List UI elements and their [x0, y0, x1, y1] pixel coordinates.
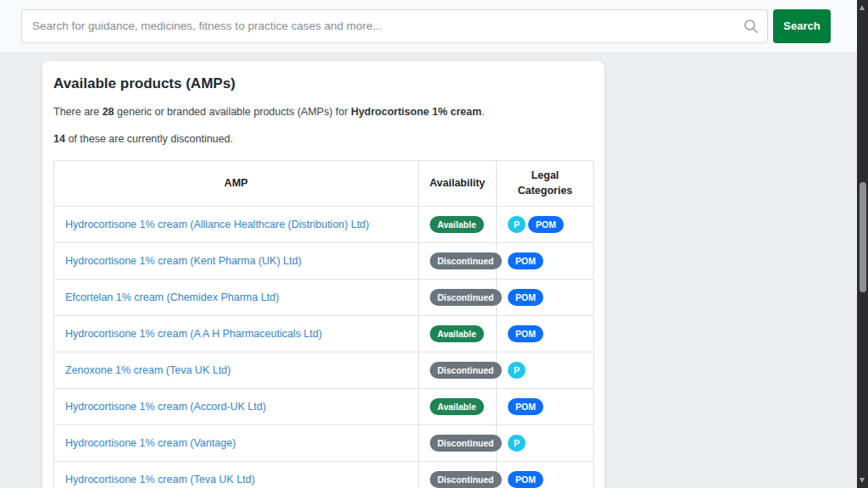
- search-icon: [743, 19, 759, 34]
- amp-cell: Zenoxone 1% cream (Teva UK Ltd): [54, 352, 419, 388]
- availability-badge: Discontinued: [430, 362, 502, 379]
- amp-cell: Hydrocortisone 1% cream (A A H Pharmaceu…: [54, 315, 419, 352]
- amp-table-body: Hydrocortisone 1% cream (Alliance Health…: [54, 206, 594, 488]
- availability-badge: Available: [430, 325, 484, 342]
- availability-cell: Discontinued: [419, 352, 497, 388]
- availability-badge: Discontinued: [430, 471, 502, 488]
- legal-categories-cell: POM: [497, 279, 594, 315]
- table-row: Zenoxone 1% cream (Teva UK Ltd) Disconti…: [54, 352, 594, 388]
- legal-categories-cell: P: [497, 424, 594, 461]
- table-row: Hydrocortisone 1% cream (Kent Pharma (UK…: [54, 242, 594, 279]
- discontinued-summary-text: 14 of these are currently discontinued.: [53, 132, 593, 147]
- availability-cell: Discontinued: [419, 461, 497, 488]
- table-row: Efcortelan 1% cream (Chemidex Pharma Ltd…: [54, 279, 594, 315]
- legal-categories-cell: POM: [497, 242, 594, 279]
- availability-cell: Available: [419, 388, 497, 424]
- legal-badge-p: P: [508, 362, 526, 379]
- amp-link[interactable]: Hydrocortisone 1% cream (Teva UK Ltd): [65, 474, 255, 485]
- legal-badge-p: P: [508, 216, 526, 233]
- availability-cell: Discontinued: [419, 242, 497, 279]
- legal-badge-pom: POM: [508, 252, 543, 269]
- panel-title: Available products (AMPs): [53, 75, 593, 92]
- search-button[interactable]: Search: [773, 9, 831, 43]
- availability-badge: Discontinued: [430, 252, 502, 269]
- legal-categories-cell: PPOM: [497, 206, 594, 242]
- legal-categories-cell: POM: [497, 315, 594, 352]
- drug-name: Hydrocortisone 1% cream: [351, 106, 481, 118]
- availability-badge: Discontinued: [430, 435, 502, 452]
- amp-cell: Hydrocortisone 1% cream (Accord-UK Ltd): [54, 388, 419, 424]
- table-row: Hydrocortisone 1% cream (A A H Pharmaceu…: [54, 315, 594, 352]
- amp-link[interactable]: Efcortelan 1% cream (Chemidex Pharma Ltd…: [65, 291, 279, 303]
- amp-link[interactable]: Hydrocortisone 1% cream (Kent Pharma (UK…: [65, 255, 302, 267]
- amp-table-header: AMP Availability Legal Categories: [54, 160, 594, 206]
- scrollbar-thumb[interactable]: [860, 182, 866, 292]
- legal-badge-pom: POM: [508, 325, 543, 342]
- table-row: Hydrocortisone 1% cream (Alliance Health…: [54, 206, 594, 242]
- amp-link[interactable]: Zenoxone 1% cream (Teva UK Ltd): [65, 364, 231, 376]
- column-header-amp: AMP: [54, 160, 419, 206]
- legal-badge-pom: POM: [508, 289, 543, 306]
- availability-cell: Available: [419, 206, 497, 242]
- available-products-panel: Available products (AMPs) There are 28 g…: [42, 61, 604, 488]
- legal-badge-pom: POM: [508, 398, 543, 415]
- amp-cell: Hydrocortisone 1% cream (Teva UK Ltd): [54, 461, 419, 488]
- table-row: Hydrocortisone 1% cream (Accord-UK Ltd) …: [54, 388, 594, 424]
- discontinued-count: 14: [53, 133, 65, 145]
- amp-cell: Hydrocortisone 1% cream (Kent Pharma (UK…: [54, 242, 419, 279]
- amp-count: 28: [103, 106, 114, 118]
- search-band: Search: [0, 0, 857, 53]
- legal-badge-pom: POM: [528, 216, 564, 233]
- amp-cell: Efcortelan 1% cream (Chemidex Pharma Ltd…: [54, 279, 419, 315]
- availability-badge: Discontinued: [430, 289, 502, 306]
- amp-link[interactable]: Hydrocortisone 1% cream (A A H Pharmaceu…: [65, 328, 322, 340]
- amp-link[interactable]: Hydrocortisone 1% cream (Alliance Health…: [65, 219, 369, 230]
- availability-cell: Discontinued: [419, 424, 497, 461]
- legal-badge-pom: POM: [508, 471, 543, 488]
- availability-cell: Available: [419, 315, 497, 352]
- amp-link[interactable]: Hydrocortisone 1% cream (Accord-UK Ltd): [65, 401, 266, 413]
- legal-badge-p: P: [508, 435, 526, 452]
- search-field-wrapper: [21, 9, 768, 43]
- table-row: Hydrocortisone 1% cream (Teva UK Ltd) Di…: [54, 461, 594, 488]
- amp-table: AMP Availability Legal Categories Hydroc…: [53, 160, 594, 488]
- column-header-legal-categories: Legal Categories: [497, 160, 594, 206]
- amp-link[interactable]: Hydrocortisone 1% cream (Vantage): [65, 437, 236, 449]
- amp-cell: Hydrocortisone 1% cream (Alliance Health…: [54, 206, 419, 242]
- availability-cell: Discontinued: [419, 279, 497, 315]
- legal-categories-cell: POM: [497, 461, 594, 488]
- scroll-down-arrow-icon[interactable]: [860, 478, 865, 483]
- availability-badge: Available: [430, 216, 484, 233]
- search-input[interactable]: [21, 9, 768, 43]
- amp-summary-text: There are 28 generic or branded availabl…: [53, 105, 593, 119]
- vertical-scrollbar[interactable]: [857, 0, 868, 488]
- legal-categories-cell: P: [497, 352, 594, 388]
- scroll-up-arrow-icon[interactable]: [860, 5, 865, 10]
- legal-categories-cell: POM: [497, 388, 594, 424]
- column-header-availability: Availability: [419, 160, 497, 206]
- table-row: Hydrocortisone 1% cream (Vantage) Discon…: [54, 424, 594, 461]
- amp-cell: Hydrocortisone 1% cream (Vantage): [54, 424, 419, 461]
- availability-badge: Available: [430, 398, 484, 415]
